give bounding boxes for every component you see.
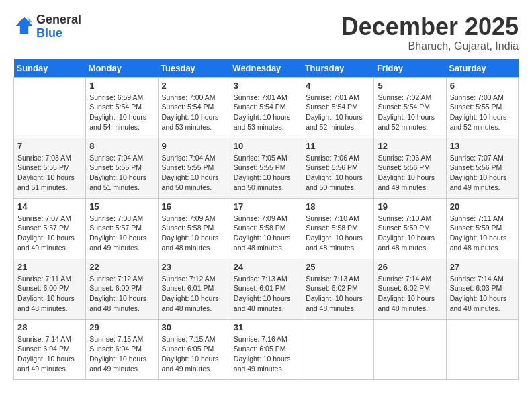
- calendar-cell: 7Sunrise: 7:03 AMSunset: 5:55 PMDaylight…: [14, 138, 86, 198]
- day-number: 3: [234, 81, 298, 91]
- day-number: 19: [378, 201, 442, 212]
- day-info: Sunrise: 7:10 AMSunset: 5:59 PMDaylight:…: [378, 214, 442, 253]
- calendar-cell: 3Sunrise: 7:01 AMSunset: 5:54 PMDaylight…: [230, 77, 302, 138]
- day-info: Sunrise: 7:07 AMSunset: 5:57 PMDaylight:…: [17, 214, 82, 253]
- page-header: General Blue December 2025 Bharuch, Guja…: [13, 13, 519, 52]
- day-info: Sunrise: 7:01 AMSunset: 5:54 PMDaylight:…: [234, 93, 298, 132]
- logo-blue-text: Blue: [36, 26, 62, 40]
- day-number: 24: [234, 262, 298, 272]
- day-info: Sunrise: 7:07 AMSunset: 5:56 PMDaylight:…: [450, 153, 515, 193]
- calendar-cell: 14Sunrise: 7:07 AMSunset: 5:57 PMDayligh…: [14, 198, 86, 259]
- day-number: 26: [378, 262, 442, 272]
- day-number: 31: [234, 322, 298, 332]
- day-info: Sunrise: 7:05 AMSunset: 5:55 PMDaylight:…: [234, 153, 298, 193]
- calendar-cell: 28Sunrise: 7:14 AMSunset: 6:04 PMDayligh…: [14, 319, 86, 379]
- day-number: 21: [17, 262, 82, 272]
- day-number: 1: [89, 81, 154, 91]
- location-text: Bharuch, Gujarat, India: [341, 40, 519, 52]
- calendar-cell: 31Sunrise: 7:16 AMSunset: 6:05 PMDayligh…: [230, 319, 302, 379]
- day-info: Sunrise: 7:10 AMSunset: 5:58 PMDaylight:…: [306, 214, 370, 253]
- calendar-cell: 15Sunrise: 7:08 AMSunset: 5:57 PMDayligh…: [86, 198, 158, 259]
- day-info: Sunrise: 7:08 AMSunset: 5:57 PMDaylight:…: [89, 214, 154, 253]
- day-info: Sunrise: 7:11 AMSunset: 6:00 PMDaylight:…: [17, 274, 82, 314]
- calendar-cell: [302, 319, 374, 379]
- logo-general-text: General: [36, 13, 81, 26]
- title-block: December 2025 Bharuch, Gujarat, India: [341, 13, 519, 52]
- month-title: December 2025: [341, 13, 519, 40]
- weekday-header-friday: Friday: [374, 59, 446, 78]
- calendar-cell: 2Sunrise: 7:00 AMSunset: 5:54 PMDaylight…: [158, 77, 230, 138]
- calendar-cell: 10Sunrise: 7:05 AMSunset: 5:55 PMDayligh…: [230, 138, 302, 198]
- calendar-cell: 20Sunrise: 7:11 AMSunset: 5:59 PMDayligh…: [446, 198, 518, 259]
- day-info: Sunrise: 7:09 AMSunset: 5:58 PMDaylight:…: [234, 214, 298, 253]
- calendar-cell: 11Sunrise: 7:06 AMSunset: 5:56 PMDayligh…: [302, 138, 374, 198]
- day-info: Sunrise: 7:13 AMSunset: 6:02 PMDaylight:…: [306, 274, 370, 314]
- day-info: Sunrise: 7:11 AMSunset: 5:59 PMDaylight:…: [450, 214, 515, 253]
- calendar-cell: 23Sunrise: 7:12 AMSunset: 6:01 PMDayligh…: [158, 259, 230, 319]
- calendar-cell: 29Sunrise: 7:15 AMSunset: 6:04 PMDayligh…: [86, 319, 158, 379]
- calendar-cell: 16Sunrise: 7:09 AMSunset: 5:58 PMDayligh…: [158, 198, 230, 259]
- weekday-header-thursday: Thursday: [302, 59, 374, 78]
- day-info: Sunrise: 7:04 AMSunset: 5:55 PMDaylight:…: [89, 153, 154, 193]
- day-number: 4: [306, 81, 370, 91]
- weekday-header-tuesday: Tuesday: [158, 59, 230, 78]
- day-info: Sunrise: 7:15 AMSunset: 6:04 PMDaylight:…: [89, 334, 154, 374]
- day-number: 25: [306, 262, 370, 272]
- day-info: Sunrise: 7:13 AMSunset: 6:01 PMDaylight:…: [234, 274, 298, 314]
- day-number: 2: [162, 81, 226, 91]
- day-number: 6: [450, 81, 515, 91]
- calendar-cell: 8Sunrise: 7:04 AMSunset: 5:55 PMDaylight…: [86, 138, 158, 198]
- day-number: 30: [162, 322, 226, 332]
- weekday-header-row: SundayMondayTuesdayWednesdayThursdayFrid…: [14, 59, 519, 78]
- calendar-cell: 30Sunrise: 7:15 AMSunset: 6:05 PMDayligh…: [158, 319, 230, 379]
- weekday-header-saturday: Saturday: [446, 59, 518, 78]
- day-number: 14: [17, 201, 82, 212]
- day-number: 29: [89, 322, 154, 332]
- calendar-cell: 17Sunrise: 7:09 AMSunset: 5:58 PMDayligh…: [230, 198, 302, 259]
- day-number: 20: [450, 201, 515, 212]
- week-row-5: 28Sunrise: 7:14 AMSunset: 6:04 PMDayligh…: [14, 319, 519, 379]
- day-info: Sunrise: 7:12 AMSunset: 6:00 PMDaylight:…: [89, 274, 154, 314]
- day-number: 9: [162, 141, 226, 151]
- day-info: Sunrise: 7:04 AMSunset: 5:55 PMDaylight:…: [162, 153, 226, 193]
- calendar-cell: 24Sunrise: 7:13 AMSunset: 6:01 PMDayligh…: [230, 259, 302, 319]
- day-info: Sunrise: 7:16 AMSunset: 6:05 PMDaylight:…: [234, 334, 298, 374]
- day-number: 22: [89, 262, 154, 272]
- week-row-1: 1Sunrise: 6:59 AMSunset: 5:54 PMDaylight…: [14, 77, 519, 138]
- calendar-cell: 6Sunrise: 7:03 AMSunset: 5:55 PMDaylight…: [446, 77, 518, 138]
- week-row-3: 14Sunrise: 7:07 AMSunset: 5:57 PMDayligh…: [14, 198, 519, 259]
- day-info: Sunrise: 7:06 AMSunset: 5:56 PMDaylight:…: [378, 153, 442, 193]
- day-number: 18: [306, 201, 370, 212]
- weekday-header-sunday: Sunday: [14, 59, 86, 78]
- day-number: 23: [162, 262, 226, 272]
- calendar-cell: 25Sunrise: 7:13 AMSunset: 6:02 PMDayligh…: [302, 259, 374, 319]
- calendar-cell: 18Sunrise: 7:10 AMSunset: 5:58 PMDayligh…: [302, 198, 374, 259]
- day-number: 7: [17, 141, 82, 151]
- day-info: Sunrise: 7:01 AMSunset: 5:54 PMDaylight:…: [306, 93, 370, 132]
- calendar-cell: 26Sunrise: 7:14 AMSunset: 6:02 PMDayligh…: [374, 259, 446, 319]
- day-info: Sunrise: 7:15 AMSunset: 6:05 PMDaylight:…: [162, 334, 226, 374]
- calendar-cell: [374, 319, 446, 379]
- day-info: Sunrise: 7:14 AMSunset: 6:03 PMDaylight:…: [450, 274, 515, 314]
- logo: General Blue: [13, 13, 81, 40]
- calendar-cell: 21Sunrise: 7:11 AMSunset: 6:00 PMDayligh…: [14, 259, 86, 319]
- day-number: 8: [89, 141, 154, 151]
- calendar-cell: 5Sunrise: 7:02 AMSunset: 5:54 PMDaylight…: [374, 77, 446, 138]
- day-info: Sunrise: 7:03 AMSunset: 5:55 PMDaylight:…: [17, 153, 82, 193]
- day-info: Sunrise: 7:03 AMSunset: 5:55 PMDaylight:…: [450, 93, 515, 132]
- day-number: 17: [234, 201, 298, 212]
- day-number: 5: [378, 81, 442, 91]
- day-number: 27: [450, 262, 515, 272]
- svg-marker-0: [16, 17, 33, 34]
- svg-marker-1: [28, 18, 32, 22]
- calendar-cell: 22Sunrise: 7:12 AMSunset: 6:00 PMDayligh…: [86, 259, 158, 319]
- day-number: 13: [450, 141, 515, 151]
- day-info: Sunrise: 7:06 AMSunset: 5:56 PMDaylight:…: [306, 153, 370, 193]
- weekday-header-monday: Monday: [86, 59, 158, 78]
- day-number: 10: [234, 141, 298, 151]
- day-info: Sunrise: 7:14 AMSunset: 6:04 PMDaylight:…: [17, 334, 82, 374]
- calendar-cell: 1Sunrise: 6:59 AMSunset: 5:54 PMDaylight…: [86, 77, 158, 138]
- day-number: 15: [89, 201, 154, 212]
- calendar-cell: [14, 77, 86, 138]
- calendar-cell: 13Sunrise: 7:07 AMSunset: 5:56 PMDayligh…: [446, 138, 518, 198]
